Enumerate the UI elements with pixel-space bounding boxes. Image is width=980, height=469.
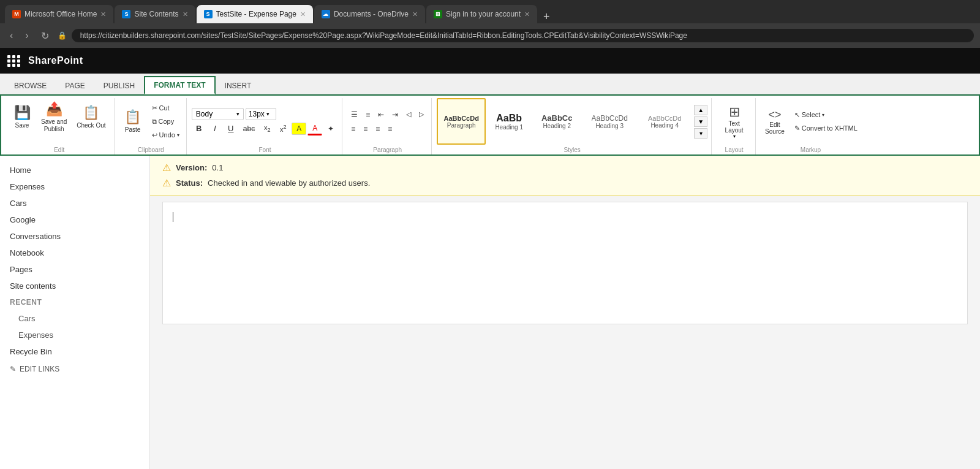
forward-button[interactable]: › [21,29,32,42]
save-publish-icon: 📤 [46,101,62,117]
styles-more[interactable]: ▾ [694,128,707,139]
align-left-button[interactable]: ≡ [347,123,359,135]
sidebar-item-cars-recent[interactable]: Cars [0,310,149,327]
styles-scroll-up[interactable]: ▲ [694,105,707,115]
tab-publish[interactable]: PUBLISH [94,77,144,94]
font-color-button[interactable]: A [307,122,322,135]
edit-links-button[interactable]: ✎ EDIT LINKS [0,360,149,378]
font-group-label: Font [188,147,342,153]
edit-group-label: Edit [5,147,114,153]
style-heading3-button[interactable]: AaBbCcDd Heading 3 [582,98,636,145]
waffle-dot [17,64,20,67]
sidebar-item-expenses[interactable]: Expenses [0,178,149,195]
sidebar-item-notebook[interactable]: Notebook [0,245,149,261]
browser-chrome: M Microsoft Office Home ✕ S Site Content… [0,0,980,48]
tab-insert[interactable]: INSERT [216,77,261,94]
select-button[interactable]: ↖ Select ▾ [791,109,861,121]
tab-browse[interactable]: BROWSE [5,77,56,94]
sidebar-item-conversations[interactable]: Conversations [0,228,149,245]
italic-button[interactable]: I [208,122,222,135]
style-dropdown[interactable]: Body ▾ [192,108,244,120]
text-layout-arrow: ▾ [733,134,736,139]
cut-label: Cut [159,104,170,112]
new-tab-button[interactable]: + [538,10,555,23]
more-font-button[interactable]: ✦ [323,123,338,135]
tab-ms-office[interactable]: M Microsoft Office Home ✕ [5,5,113,23]
sidebar-item-cars[interactable]: Cars [0,195,149,212]
rtl-button[interactable]: ▷ [415,109,428,120]
tab-signin[interactable]: ⊞ Sign in to your account ✕ [426,5,537,23]
save-label: Save [15,122,29,129]
text-layout-button[interactable]: ⊞ TextLayout ▾ [721,101,748,142]
tab-page[interactable]: PAGE [56,77,94,94]
save-button[interactable]: 💾 Save [9,102,36,132]
check-out-icon: 📋 [83,105,99,121]
style-heading2-button[interactable]: AaBbCc Heading 2 [532,98,581,145]
tab-expense-page[interactable]: S TestSite - Expense Page ✕ [197,5,313,23]
indent-decrease-button[interactable]: ⇤ [374,109,388,121]
ribbon-group-styles: AaBbCcDd Paragraph AaBb Heading 1 AaBbCc… [433,98,712,154]
list-ordered-button[interactable]: ≡ [362,109,374,121]
sidebar-item-recycle-bin[interactable]: Recycle Bin [0,343,149,360]
convert-button[interactable]: ✎ Convert to XHTML [791,123,861,134]
ribbon-group-font: Body ▾ 13px ▾ B I U abc x2 x2 A A ✦ Font [188,98,342,154]
tab-close-site-contents[interactable]: ✕ [183,10,188,18]
superscript-button[interactable]: x2 [276,122,290,135]
align-center-button[interactable]: ≡ [360,123,371,135]
sidebar-item-pages[interactable]: Pages [0,261,149,278]
ltr-button[interactable]: ◁ [402,109,415,120]
back-button[interactable]: ‹ [6,29,17,42]
waffle-dot [7,64,10,67]
sidebar-item-notebook-label: Notebook [10,248,44,257]
cut-button[interactable]: ✂ Cut [149,102,183,114]
tab-close-onedrive[interactable]: ✕ [412,10,418,18]
sidebar-item-expenses-recent[interactable]: Expenses [0,327,149,343]
waffle-dot [7,59,10,63]
tab-site-contents[interactable]: S Site Contents ✕ [115,5,195,23]
waffle-menu[interactable] [7,55,21,67]
check-out-button[interactable]: 📋 Check Out [72,102,110,132]
align-right-button[interactable]: ≡ [372,123,383,135]
tab-onedrive[interactable]: ☁ Documents - OneDrive ✕ [314,5,425,23]
sidebar-item-google[interactable]: Google [0,212,149,228]
page-editor[interactable] [162,202,968,324]
tab-title-expense-page: TestSite - Expense Page [216,10,296,18]
address-input[interactable] [72,29,974,42]
copy-button[interactable]: ⧉ Copy [149,116,183,128]
convert-label: Convert to XHTML [802,124,858,132]
paste-icon: 📋 [124,109,141,125]
sidebar-item-site-contents[interactable]: Site contents [0,278,149,294]
font-size-dropdown[interactable]: 13px ▾ [246,108,276,120]
undo-button[interactable]: ↩ Undo ▾ [149,129,183,141]
select-arrow[interactable]: ▾ [822,112,824,118]
waffle-dot [7,55,10,58]
main-layout: Home Expenses Cars Google Conversations … [0,156,980,469]
refresh-button[interactable]: ↻ [37,29,53,43]
tab-favicon-sp: S [122,10,130,18]
list-unordered-button[interactable]: ☰ [347,109,361,121]
text-layout-label: TextLayout [725,120,744,134]
align-justify-button[interactable]: ≡ [384,123,396,135]
styles-scroll-down[interactable]: ▼ [694,116,707,127]
bold-button[interactable]: B [192,122,206,135]
tab-close-expense[interactable]: ✕ [300,10,306,18]
style-paragraph-button[interactable]: AaBbCcDd Paragraph [437,98,486,145]
ribbon-group-clipboard: 📋 Paste ✂ Cut ⧉ Copy ↩ Undo ▾ Clipboa [116,98,187,154]
tab-close-signin[interactable]: ✕ [524,10,530,18]
highlight-button[interactable]: A [292,123,306,135]
sidebar-item-home[interactable]: Home [0,162,149,178]
paste-button[interactable]: 📋 Paste [119,98,146,145]
edit-buttons: 💾 Save 📤 Save andPublish 📋 Check Out [9,98,110,145]
tab-format-text[interactable]: FORMAT TEXT [144,76,215,94]
indent-increase-button[interactable]: ⇥ [388,109,402,121]
undo-dropdown-icon[interactable]: ▾ [177,132,179,138]
subscript-button[interactable]: x2 [260,122,274,135]
style-heading1-button[interactable]: AaBb Heading 1 [487,98,531,145]
save-publish-button[interactable]: 📤 Save andPublish [37,98,71,136]
edit-source-button[interactable]: <> EditSource [761,105,789,138]
style-heading4-button[interactable]: AaBbCcDd Heading 4 [638,98,692,145]
tab-close-ms-office[interactable]: ✕ [100,10,106,18]
tab-title-site-contents: Site Contents [134,10,178,18]
underline-button[interactable]: U [224,122,238,135]
strikethrough-button[interactable]: abc [239,123,258,135]
